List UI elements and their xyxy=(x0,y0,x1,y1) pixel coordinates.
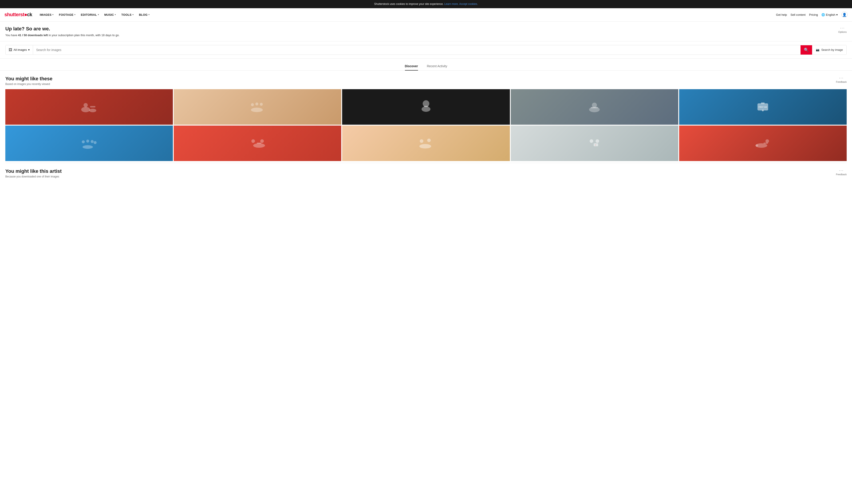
logo-icon xyxy=(25,14,27,16)
nav-tools-arrow: ▾ xyxy=(132,14,133,16)
image-item-9[interactable]: + xyxy=(511,126,678,161)
banner-title: Up late? So are we. xyxy=(5,26,847,32)
svg-text:FIRST AID: FIRST AID xyxy=(759,106,767,108)
svg-point-20 xyxy=(91,140,93,143)
section-header-artist: You might like this artist Because you d… xyxy=(5,168,847,178)
svg-rect-17 xyxy=(761,103,765,104)
logo[interactable]: shutterstck xyxy=(4,12,32,18)
image-placeholder-6 xyxy=(5,126,173,161)
main-content: You might like these Based on images you… xyxy=(0,71,852,187)
globe-icon: 🌐 xyxy=(821,13,825,16)
learn-more-link[interactable]: Learn more. xyxy=(444,2,459,5)
svg-point-36 xyxy=(756,144,758,147)
svg-point-27 xyxy=(420,139,423,143)
tab-discover[interactable]: Discover xyxy=(405,62,418,71)
svg-rect-26 xyxy=(257,142,261,144)
image-item-7[interactable] xyxy=(174,126,341,161)
section-you-might-like-these: You might like these Based on images you… xyxy=(5,76,847,161)
search-submit-button[interactable]: 🔍 xyxy=(800,45,812,55)
svg-point-8 xyxy=(421,107,431,112)
search-by-image-button[interactable]: 📷 Search by image xyxy=(812,45,847,55)
user-account-icon[interactable]: 👤 xyxy=(841,12,848,18)
image-placeholder-1 xyxy=(5,89,173,125)
image-item-3[interactable] xyxy=(342,89,510,125)
svg-point-25 xyxy=(260,139,264,143)
accept-cookies-link[interactable]: Accept cookies. xyxy=(459,2,478,5)
section-you-might-like-artist: You might like this artist Because you d… xyxy=(5,168,847,178)
svg-point-5 xyxy=(255,103,258,105)
svg-point-1 xyxy=(84,103,88,107)
svg-point-2 xyxy=(89,109,96,112)
lang-arrow: ▾ xyxy=(836,13,838,16)
header-right: Get help Sell content Pricing 🌐 English … xyxy=(776,12,848,18)
feedback-dots-icon-2: ··· xyxy=(839,168,844,173)
nav-footage[interactable]: FOOTAGE ▾ xyxy=(57,11,78,18)
pricing-link[interactable]: Pricing xyxy=(809,13,818,16)
tab-recent-activity[interactable]: Recent Activity xyxy=(427,62,447,71)
nav-blog-arrow: ▾ xyxy=(148,14,149,16)
options-button[interactable]: ··· Options xyxy=(838,26,847,33)
svg-point-18 xyxy=(81,140,85,143)
image-grid-row-1: FIRST AID xyxy=(5,89,847,125)
nav-music[interactable]: MUSIC ▾ xyxy=(102,11,118,18)
svg-rect-13 xyxy=(591,107,598,108)
svg-point-30 xyxy=(590,139,593,143)
camera-icon: 📷 xyxy=(816,48,819,52)
nav-music-arrow: ▾ xyxy=(115,14,116,16)
section-divider xyxy=(5,163,847,163)
search-input[interactable] xyxy=(33,45,800,55)
get-help-link[interactable]: Get help xyxy=(776,13,787,16)
sell-content-link[interactable]: Sell content xyxy=(791,13,805,16)
image-item-10[interactable] xyxy=(679,126,847,161)
feedback-button-artist[interactable]: ··· Feedback xyxy=(836,168,847,176)
search-type-button[interactable]: 🖼 All images ▾ xyxy=(5,45,33,55)
section-subtitle-artist: Because you downloaded one of their imag… xyxy=(5,175,62,178)
image-placeholder-3 xyxy=(342,89,510,125)
cookie-text: Shutterstock uses cookies to improve you… xyxy=(374,2,443,5)
image-item-8[interactable] xyxy=(342,126,510,161)
svg-point-19 xyxy=(86,140,89,142)
image-placeholder-9: + xyxy=(511,126,678,161)
cookie-banner: Shutterstock uses cookies to improve you… xyxy=(0,0,852,8)
image-placeholder-7 xyxy=(174,126,341,161)
image-grid-row-2: + xyxy=(5,126,847,161)
svg-rect-10 xyxy=(424,106,428,107)
svg-point-29 xyxy=(419,144,431,148)
svg-rect-37 xyxy=(764,142,768,144)
section-info-artist: You might like this artist Because you d… xyxy=(5,168,62,178)
nav-images-arrow: ▾ xyxy=(52,14,53,16)
language-selector[interactable]: 🌐 English ▾ xyxy=(821,13,838,16)
svg-text:+: + xyxy=(595,144,596,145)
image-item-1[interactable] xyxy=(5,89,173,125)
svg-point-0 xyxy=(81,107,90,112)
nav-editorial-arrow: ▾ xyxy=(98,14,99,16)
nav-blog[interactable]: BLOG ▾ xyxy=(137,11,152,18)
nav-editorial[interactable]: EDITORIAL ▾ xyxy=(78,11,101,18)
section-header-likes: You might like these Based on images you… xyxy=(5,76,847,86)
nav-tools[interactable]: TOOLS ▾ xyxy=(119,11,136,18)
svg-point-16 xyxy=(762,110,764,111)
svg-point-23 xyxy=(251,139,255,143)
search-section: 🖼 All images ▾ 🔍 📷 Search by image xyxy=(0,41,852,58)
feedback-button-likes[interactable]: ··· Feedback xyxy=(836,76,847,83)
svg-point-6 xyxy=(260,103,263,106)
image-placeholder-2 xyxy=(174,89,341,125)
image-item-4[interactable] xyxy=(511,89,678,125)
search-type-arrow: ▾ xyxy=(28,48,30,52)
nav-images[interactable]: IMAGES ▾ xyxy=(37,11,56,18)
nav-footage-arrow: ▾ xyxy=(74,14,75,16)
svg-point-7 xyxy=(251,108,263,112)
image-item-2[interactable] xyxy=(174,89,341,125)
svg-point-12 xyxy=(592,103,597,108)
section-title-likes: You might like these xyxy=(5,76,52,82)
image-item-6[interactable] xyxy=(5,126,173,161)
svg-rect-3 xyxy=(90,106,95,107)
banner-description: You have 41 / 50 downloads left in your … xyxy=(5,34,847,37)
search-icon: 🔍 xyxy=(804,48,809,52)
image-item-5[interactable]: FIRST AID xyxy=(679,89,847,125)
logo-text: shutterstck xyxy=(4,12,32,18)
main-nav: IMAGES ▾ FOOTAGE ▾ EDITORIAL ▾ MUSIC ▾ T… xyxy=(37,11,776,18)
site-header: shutterstck IMAGES ▾ FOOTAGE ▾ EDITORIAL… xyxy=(0,8,852,21)
svg-point-31 xyxy=(596,139,599,143)
image-filter-icon: 🖼 xyxy=(8,48,12,52)
